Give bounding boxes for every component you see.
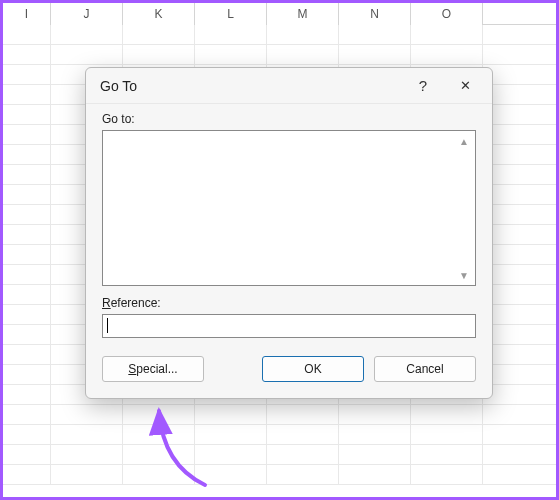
ok-button[interactable]: OK <box>262 356 364 382</box>
close-icon: ✕ <box>460 78 471 93</box>
scroll-up-icon[interactable]: ▲ <box>457 134 471 148</box>
special-button[interactable]: Special... <box>102 356 204 382</box>
goto-listbox[interactable]: ▲ ▼ <box>102 130 476 286</box>
col-header[interactable]: K <box>123 3 195 25</box>
col-header[interactable]: J <box>51 3 123 25</box>
goto-label: Go to: <box>102 112 476 126</box>
help-button[interactable]: ? <box>402 72 444 100</box>
column-headers: I J K L M N O <box>3 3 556 25</box>
reference-label: Reference: <box>102 296 476 310</box>
col-header[interactable]: O <box>411 3 483 25</box>
text-cursor <box>107 318 108 333</box>
col-header[interactable]: N <box>339 3 411 25</box>
col-header[interactable]: M <box>267 3 339 25</box>
col-header[interactable]: I <box>3 3 51 25</box>
cancel-button[interactable]: Cancel <box>374 356 476 382</box>
close-button[interactable]: ✕ <box>444 72 486 100</box>
dialog-titlebar[interactable]: Go To ? ✕ <box>86 68 492 104</box>
col-header[interactable]: L <box>195 3 267 25</box>
reference-input[interactable] <box>102 314 476 338</box>
goto-dialog: Go To ? ✕ Go to: ▲ ▼ Reference: Special.… <box>85 67 493 399</box>
dialog-title: Go To <box>100 78 402 94</box>
scroll-down-icon[interactable]: ▼ <box>457 268 471 282</box>
